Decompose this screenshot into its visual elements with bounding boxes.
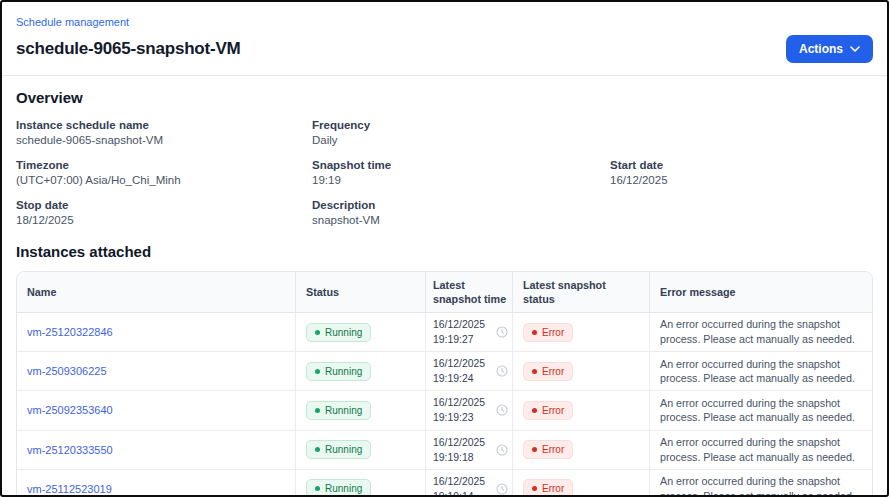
field-label: Stop date <box>16 199 312 211</box>
cell-latest-snapshot-status: Error <box>513 431 650 469</box>
status-dot-icon <box>315 447 320 452</box>
instances-heading: Instances attached <box>16 243 873 260</box>
field-value: Daily <box>312 134 610 146</box>
table-row: vm-25092353640 Running 16/12/2025 19:19:… <box>17 391 872 430</box>
field-value: 16/12/2025 <box>610 174 873 186</box>
snapshot-status-badge: Error <box>523 323 573 342</box>
error-dot-icon <box>532 369 537 374</box>
cell-error-message: An error occurred during the snapshot pr… <box>650 352 872 390</box>
error-message: An error occurred during the snapshot pr… <box>660 396 862 426</box>
snapshot-status-badge-label: Error <box>542 483 564 494</box>
cell-name: vm-25120322846 <box>17 313 296 351</box>
cell-error-message: An error occurred during the snapshot pr… <box>650 470 872 497</box>
overview-heading: Overview <box>16 89 873 106</box>
cell-name: vm-25112523019 <box>17 470 296 497</box>
error-message: An error occurred during the snapshot pr… <box>660 317 862 347</box>
error-message: An error occurred during the snapshot pr… <box>660 435 862 465</box>
breadcrumb[interactable]: Schedule management <box>16 16 129 28</box>
instance-link[interactable]: vm-2509306225 <box>27 365 107 377</box>
error-message: An error occurred during the snapshot pr… <box>660 474 862 497</box>
instance-link[interactable]: vm-25112523019 <box>27 483 112 495</box>
actions-button-label: Actions <box>799 42 843 56</box>
status-badge: Running <box>306 440 371 459</box>
actions-button[interactable]: Actions <box>786 35 873 63</box>
header-divider <box>2 75 887 76</box>
snapshot-status-badge: Error <box>523 362 573 381</box>
clock-icon <box>496 483 508 495</box>
instances-table: Name Status Latest snapshot time Latest … <box>16 271 873 497</box>
status-badge-label: Running <box>325 327 362 338</box>
cell-status: Running <box>296 431 426 469</box>
column-header-error-message: Error message <box>650 272 872 312</box>
page-title: schedule-9065-snapshot-VM <box>16 39 241 59</box>
clock-icon <box>496 365 508 377</box>
cell-status: Running <box>296 313 426 351</box>
field-value: (UTC+07:00) Asia/Ho_Chi_Minh <box>16 174 312 186</box>
table-row: vm-25112523019 Running 16/12/2025 19:19:… <box>17 470 872 497</box>
cell-error-message: An error occurred during the snapshot pr… <box>650 431 872 469</box>
status-dot-icon <box>315 330 320 335</box>
field-spacer <box>610 199 873 226</box>
cell-latest-snapshot-status: Error <box>513 391 650 429</box>
column-header-status: Status <box>296 272 426 312</box>
cell-latest-snapshot-status: Error <box>513 313 650 351</box>
cell-latest-snapshot-time: 16/12/2025 19:19:27 <box>426 313 513 351</box>
status-badge-label: Running <box>325 405 362 416</box>
snapshot-status-badge-label: Error <box>542 327 564 338</box>
chevron-down-icon <box>850 46 860 52</box>
cell-error-message: An error occurred during the snapshot pr… <box>650 313 872 351</box>
cell-error-message: An error occurred during the snapshot pr… <box>650 391 872 429</box>
status-badge: Running <box>306 323 371 342</box>
field-label: Description <box>312 199 610 211</box>
error-dot-icon <box>532 447 537 452</box>
snapshot-time: 16/12/2025 19:19:14 <box>433 474 492 497</box>
field-stop-date: Stop date 18/12/2025 <box>16 199 312 226</box>
cell-status: Running <box>296 391 426 429</box>
status-dot-icon <box>315 408 320 413</box>
snapshot-status-badge: Error <box>523 401 573 420</box>
snapshot-status-badge-label: Error <box>542 405 564 416</box>
status-badge-label: Running <box>325 366 362 377</box>
table-header-row: Name Status Latest snapshot time Latest … <box>17 272 872 313</box>
page-header: Schedule management schedule-9065-snapsh… <box>2 2 887 63</box>
status-badge-label: Running <box>325 483 362 494</box>
error-dot-icon <box>532 408 537 413</box>
snapshot-status-badge: Error <box>523 479 573 497</box>
table-body: vm-25120322846 Running 16/12/2025 19:19:… <box>17 313 872 497</box>
table-row: vm-2509306225 Running 16/12/2025 19:19:2… <box>17 352 872 391</box>
instance-link[interactable]: vm-25092353640 <box>27 404 113 416</box>
table-row: vm-25120322846 Running 16/12/2025 19:19:… <box>17 313 872 352</box>
snapshot-status-badge-label: Error <box>542 444 564 455</box>
field-spacer <box>610 119 873 146</box>
field-value: schedule-9065-snapshot-VM <box>16 134 312 146</box>
clock-icon <box>496 444 508 456</box>
column-header-latest-snapshot-time: Latest snapshot time <box>426 272 513 312</box>
clock-icon <box>496 326 508 338</box>
cell-latest-snapshot-time: 16/12/2025 19:19:23 <box>426 391 513 429</box>
field-instance-schedule-name: Instance schedule name schedule-9065-sna… <box>16 119 312 146</box>
table-row: vm-25120333550 Running 16/12/2025 19:19:… <box>17 431 872 470</box>
cell-name: vm-2509306225 <box>17 352 296 390</box>
instance-link[interactable]: vm-25120322846 <box>27 326 113 338</box>
cell-name: vm-25120333550 <box>17 431 296 469</box>
schedule-detail-page: Schedule management schedule-9065-snapsh… <box>0 0 889 497</box>
field-frequency: Frequency Daily <box>312 119 610 146</box>
status-dot-icon <box>315 486 320 491</box>
snapshot-time: 16/12/2025 19:19:27 <box>433 317 492 347</box>
status-dot-icon <box>315 369 320 374</box>
field-value: snapshot-VM <box>312 214 610 226</box>
overview-grid: Instance schedule name schedule-9065-sna… <box>16 119 873 226</box>
field-value: 19:19 <box>312 174 610 186</box>
instance-link[interactable]: vm-25120333550 <box>27 444 113 456</box>
error-message: An error occurred during the snapshot pr… <box>660 357 862 387</box>
field-label: Instance schedule name <box>16 119 312 131</box>
cell-status: Running <box>296 470 426 497</box>
clock-icon <box>496 404 508 416</box>
instances-section: Instances attached <box>2 243 887 260</box>
status-badge: Running <box>306 401 371 420</box>
error-dot-icon <box>532 330 537 335</box>
field-description: Description snapshot-VM <box>312 199 610 226</box>
status-badge-label: Running <box>325 444 362 455</box>
field-start-date: Start date 16/12/2025 <box>610 159 873 186</box>
status-badge: Running <box>306 362 371 381</box>
